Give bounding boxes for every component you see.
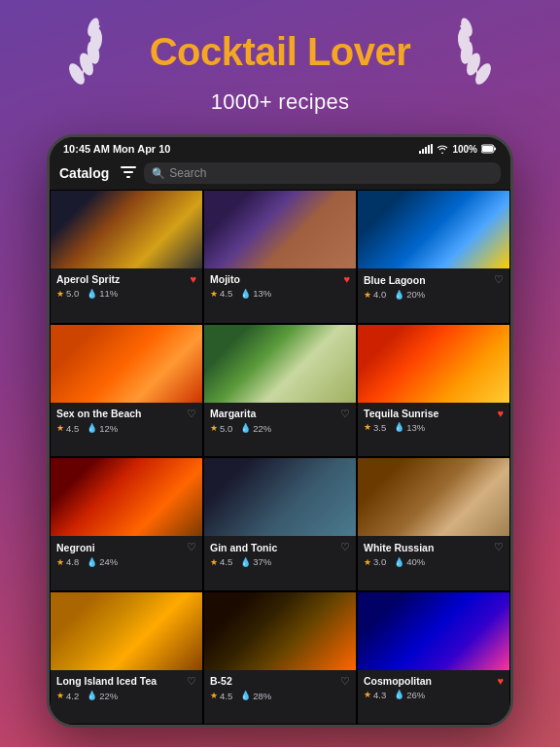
rating-stat: ★ 4.0 <box>364 289 386 300</box>
drop-icon: 💧 <box>394 690 404 699</box>
rating-value: 4.5 <box>220 288 232 299</box>
star-icon: ★ <box>210 289 218 299</box>
cocktail-card-blue-lagoon[interactable]: Blue Lagoon ♡ ★ 4.0 💧 20% <box>358 191 509 323</box>
nav-bar: Catalog 🔍 Search <box>50 159 510 190</box>
drop-icon: 💧 <box>87 423 97 433</box>
subtitle: 1000+ recipes <box>211 89 350 115</box>
cocktail-card-margarita[interactable]: Margarita ♡ ★ 5.0 💧 22% <box>204 325 356 457</box>
abv-stat: 💧 26% <box>394 690 425 700</box>
favorite-icon[interactable]: ♡ <box>340 541 350 553</box>
card-stats: ★ 4.5 💧 12% <box>56 423 196 434</box>
cocktail-card-negroni[interactable]: Negroni ♡ ★ 4.8 💧 24% <box>51 458 202 590</box>
card-name: Margarita <box>210 408 338 419</box>
abv-value: 13% <box>406 422 425 433</box>
card-image-aperol-spritz <box>51 191 202 268</box>
drop-icon: 💧 <box>87 691 97 700</box>
abv-stat: 💧 22% <box>87 691 118 701</box>
abv-value: 20% <box>406 289 425 300</box>
favorite-icon[interactable]: ♡ <box>340 675 350 688</box>
card-stats: ★ 4.3 💧 26% <box>364 690 504 700</box>
app-title: Cocktail Lover <box>150 30 411 74</box>
rating-value: 5.0 <box>66 288 79 299</box>
rating-value: 4.5 <box>220 556 232 567</box>
title-with-laurels: Cocktail Lover <box>0 18 560 86</box>
star-icon: ★ <box>210 423 218 433</box>
star-icon: ★ <box>56 557 64 567</box>
star-icon: ★ <box>364 422 371 432</box>
svg-rect-15 <box>428 145 430 154</box>
cocktail-card-aperol-spritz[interactable]: Aperol Spritz ♥ ★ 5.0 💧 11% <box>51 191 202 323</box>
card-name-row: Blue Lagoon ♡ <box>364 273 504 286</box>
svg-rect-19 <box>494 148 496 151</box>
cocktail-card-white-russian[interactable]: White Russian ♡ ★ 3.0 💧 40% <box>358 458 509 590</box>
svg-rect-12 <box>419 151 421 154</box>
search-box[interactable]: 🔍 Search <box>144 162 501 184</box>
card-image-tequila-sunrise <box>358 325 509 403</box>
cocktail-card-long-island-iced-tea[interactable]: Long Island Iced Tea ♡ ★ 4.2 💧 22% <box>51 592 202 725</box>
card-info-gin-and-tonic: Gin and Tonic ♡ ★ 4.5 💧 37% <box>204 536 356 573</box>
favorite-icon[interactable]: ♥ <box>343 273 350 285</box>
battery-text: 100% <box>452 144 477 155</box>
favorite-icon[interactable]: ♡ <box>340 408 350 420</box>
abv-value: 26% <box>406 690 425 700</box>
favorite-icon[interactable]: ♥ <box>497 408 504 419</box>
search-icon: 🔍 <box>152 167 165 180</box>
card-name: Tequila Sunrise <box>364 408 495 419</box>
favorite-icon[interactable]: ♥ <box>190 273 196 285</box>
cocktail-card-b-52[interactable]: B-52 ♡ ★ 4.5 💧 28% <box>204 592 356 725</box>
search-placeholder: Search <box>169 166 206 180</box>
abv-stat: 💧 13% <box>240 288 271 299</box>
drop-icon: 💧 <box>240 691 251 700</box>
cocktail-card-sex-on-the-beach[interactable]: Sex on the Beach ♡ ★ 4.5 💧 12% <box>51 325 202 457</box>
card-info-tequila-sunrise: Tequila Sunrise ♥ ★ 3.5 💧 13% <box>358 403 509 439</box>
card-info-negroni: Negroni ♡ ★ 4.8 💧 24% <box>51 536 202 573</box>
favorite-icon[interactable]: ♡ <box>187 408 196 420</box>
rating-stat: ★ 5.0 <box>56 288 79 299</box>
rating-value: 4.2 <box>66 691 79 701</box>
favorite-icon[interactable]: ♡ <box>494 273 504 286</box>
rating-stat: ★ 5.0 <box>210 423 232 434</box>
status-right: 100% <box>419 144 497 155</box>
drop-icon: 💧 <box>394 422 404 432</box>
card-stats: ★ 4.5 💧 28% <box>210 691 350 701</box>
abv-value: 22% <box>253 423 271 434</box>
rating-value: 4.3 <box>373 690 386 700</box>
abv-value: 11% <box>99 288 118 299</box>
card-name-row: B-52 ♡ <box>210 675 350 688</box>
card-name: Aperol Spritz <box>56 273 188 285</box>
card-image-white-russian <box>358 458 509 536</box>
cocktail-card-mojito[interactable]: Mojito ♥ ★ 4.5 💧 13% <box>204 191 356 323</box>
filter-icon[interactable] <box>121 165 136 182</box>
drop-icon: 💧 <box>87 289 97 299</box>
card-info-margarita: Margarita ♡ ★ 5.0 💧 22% <box>204 403 356 440</box>
favorite-icon[interactable]: ♡ <box>187 541 196 553</box>
card-image-negroni <box>51 458 202 536</box>
cocktail-card-tequila-sunrise[interactable]: Tequila Sunrise ♥ ★ 3.5 💧 13% <box>358 325 509 457</box>
card-name-row: Sex on the Beach ♡ <box>56 408 196 420</box>
drop-icon: 💧 <box>87 557 97 567</box>
rating-value: 4.0 <box>373 289 386 300</box>
card-stats: ★ 5.0 💧 22% <box>210 423 350 434</box>
card-stats: ★ 4.0 💧 20% <box>364 289 504 300</box>
abv-stat: 💧 22% <box>240 423 271 434</box>
card-name: Negroni <box>56 542 185 553</box>
svg-rect-13 <box>422 149 424 154</box>
favorite-icon[interactable]: ♥ <box>497 675 504 687</box>
favorite-icon[interactable]: ♡ <box>187 675 196 688</box>
drop-icon: 💧 <box>240 557 251 567</box>
card-name-row: Aperol Spritz ♥ <box>56 273 196 285</box>
cocktail-card-gin-and-tonic[interactable]: Gin and Tonic ♡ ★ 4.5 💧 37% <box>204 458 356 590</box>
abv-stat: 💧 13% <box>394 422 425 433</box>
abv-stat: 💧 40% <box>394 556 425 567</box>
card-name-row: Negroni ♡ <box>56 541 196 553</box>
card-name-row: Margarita ♡ <box>210 408 350 420</box>
svg-rect-14 <box>425 147 427 154</box>
card-info-aperol-spritz: Aperol Spritz ♥ ★ 5.0 💧 11% <box>51 268 202 304</box>
card-info-long-island-iced-tea: Long Island Iced Tea ♡ ★ 4.2 💧 22% <box>51 670 202 707</box>
favorite-icon[interactable]: ♡ <box>494 541 504 553</box>
cocktail-card-cosmopolitan[interactable]: Cosmopolitan ♥ ★ 4.3 💧 26% <box>358 592 509 725</box>
signal-icon <box>419 144 433 154</box>
card-image-b-52 <box>204 592 356 670</box>
drop-icon: 💧 <box>394 290 404 300</box>
star-icon: ★ <box>56 691 64 700</box>
